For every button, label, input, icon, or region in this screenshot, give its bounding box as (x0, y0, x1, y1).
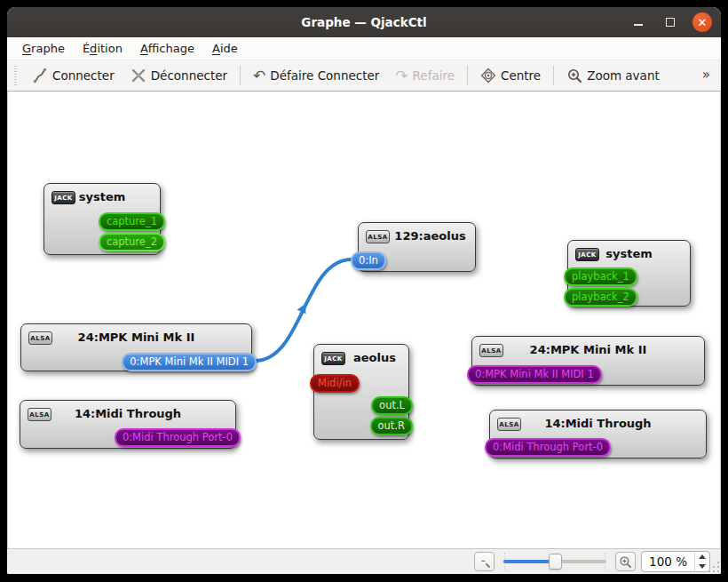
node-midi-through-in[interactable]: ALSA 14:Midi Through 0:Midi Through Port… (489, 410, 707, 458)
jack-badge-icon: JACK (575, 248, 599, 261)
node-system-capture[interactable]: JACK system capture_1 capture_2 (44, 183, 161, 255)
zoom-value: 100 % (642, 552, 694, 571)
cable-layer (8, 92, 720, 548)
statusbar: 100 % (7, 548, 721, 574)
alsa-badge-icon: ALSA (366, 230, 390, 243)
port-playback-2[interactable]: playback_2 (564, 288, 637, 307)
maximize-button[interactable] (661, 12, 680, 32)
zoom-in-icon (619, 555, 632, 569)
alsa-badge-icon: ALSA (479, 344, 503, 357)
slider-fill (503, 560, 553, 563)
port-mpk-midi-out[interactable]: 0:MPK Mini Mk II MIDI 1 (122, 353, 257, 371)
node-aeolus[interactable]: JACK aeolus Midi/in out.L out.R (313, 344, 409, 440)
slider-handle[interactable] (549, 554, 562, 570)
node-title: 14:Midi Through (490, 417, 706, 430)
spin-up-icon (699, 554, 706, 559)
undo-icon: ↶ (253, 68, 265, 84)
jack-badge-icon: JACK (321, 352, 345, 365)
disconnect-button[interactable]: Déconnecter (123, 63, 235, 88)
node-system-playback[interactable]: JACK system playback_1 playback_2 (567, 240, 691, 307)
zoom-slider[interactable] (503, 553, 606, 570)
zoom-in-toolbar-button[interactable]: Zoom avant (558, 63, 668, 88)
zoom-in-button[interactable] (615, 552, 636, 571)
menu-edition[interactable]: Édition (75, 39, 131, 58)
menu-aide[interactable]: Aide (204, 39, 246, 58)
alsa-badge-icon: ALSA (28, 331, 52, 345)
port-0-in[interactable]: 0:In (351, 251, 386, 270)
connect-icon (32, 68, 48, 84)
redo-icon: ↷ (395, 68, 408, 84)
graph-canvas[interactable]: JACK system capture_1 capture_2 ALSA 129… (7, 92, 721, 548)
node-title: 24:MPK Mini Mk II (21, 331, 251, 344)
disconnect-label: Déconnecter (151, 68, 227, 83)
center-icon (480, 68, 496, 84)
menu-graphe[interactable]: Graphe (14, 39, 73, 58)
close-icon: ✕ (698, 16, 708, 28)
node-midi-through-out[interactable]: ALSA 14:Midi Through 0:Midi Through Port… (20, 400, 236, 449)
port-midi-in[interactable]: Midi/in (310, 374, 360, 393)
disconnect-icon (131, 68, 146, 84)
port-midi-through-in[interactable]: 0:Midi Through Port-0 (485, 438, 611, 457)
titlebar[interactable]: Graphe — QjackCtl ✕ (7, 7, 721, 37)
port-midi-through-out[interactable]: 0:Midi Through Port-0 (115, 428, 241, 447)
zoom-out-icon (478, 555, 491, 569)
toolbar-drag-handle[interactable] (14, 66, 20, 85)
spin-down-icon (699, 564, 706, 569)
toolbar-separator (240, 66, 241, 85)
minimize-icon (634, 24, 643, 26)
connect-button[interactable]: Connecter (24, 63, 123, 88)
connect-label: Connecter (52, 68, 115, 83)
toolbar-separator (467, 66, 468, 85)
port-playback-1[interactable]: playback_1 (564, 267, 637, 286)
redo-button[interactable]: ↷ Refaire (387, 64, 463, 88)
zoom-spinbox[interactable]: 100 % (641, 551, 710, 572)
menubar: Graphe Édition Affichage Aide (7, 37, 721, 60)
node-129-aeolus[interactable]: ALSA 129:aeolus 0:In (358, 222, 476, 272)
port-capture-1[interactable]: capture_1 (99, 212, 165, 231)
resize-grip[interactable] (708, 561, 719, 572)
node-mpk-out[interactable]: ALSA 24:MPK Mini Mk II 0:MPK Mini Mk II … (20, 323, 252, 371)
port-out-r[interactable]: out.R (370, 417, 413, 435)
toolbar-overflow-button[interactable]: » (702, 67, 716, 84)
zoom-out-button[interactable] (474, 552, 495, 571)
undo-connect-button[interactable]: ↶ Défaire Connecter (245, 64, 387, 88)
window-title: Graphe — QjackCtl (7, 15, 721, 29)
node-title: 24:MPK Mini Mk II (472, 343, 704, 356)
close-button[interactable]: ✕ (692, 12, 712, 32)
port-mpk-midi-in[interactable]: 0:MPK Mini Mk II MIDI 1 (467, 365, 602, 384)
qjackctl-graph-window: Graphe — QjackCtl ✕ Graphe Édition Affic… (7, 7, 721, 574)
menu-affichage[interactable]: Affichage (132, 39, 202, 58)
maximize-icon (666, 18, 675, 27)
minimize-button[interactable] (629, 12, 648, 32)
redo-label: Refaire (413, 68, 455, 83)
port-out-l[interactable]: out.L (371, 396, 413, 415)
zoom-in-label: Zoom avant (587, 68, 660, 83)
toolbar: Connecter Déconnecter ↶ Défaire Connecte… (7, 60, 721, 92)
center-button[interactable]: Centre (472, 63, 549, 88)
undo-label: Défaire Connecter (270, 68, 379, 83)
toolbar-separator (553, 66, 554, 85)
alsa-badge-icon: ALSA (28, 408, 51, 421)
center-label: Centre (501, 68, 541, 83)
alsa-badge-icon: ALSA (497, 418, 521, 431)
port-capture-2[interactable]: capture_2 (99, 233, 165, 251)
node-mpk-in[interactable]: ALSA 24:MPK Mini Mk II 0:MPK Mini Mk II … (471, 336, 705, 386)
zoom-in-icon (566, 68, 582, 84)
node-title: 14:Midi Through (20, 407, 235, 420)
jack-badge-icon: JACK (51, 191, 75, 204)
